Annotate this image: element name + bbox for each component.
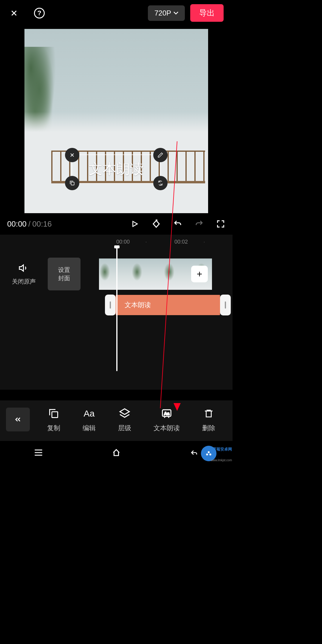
copy-icon: [48, 408, 60, 419]
clip-handle-right[interactable]: [220, 295, 231, 315]
play-icon[interactable]: [130, 219, 140, 229]
nav-home-icon[interactable]: [111, 448, 121, 458]
toolbar-text-to-speech[interactable]: Aa 文本朗读: [154, 408, 180, 433]
overlay-rotate-handle[interactable]: [153, 176, 168, 190]
svg-point-6: [209, 453, 211, 456]
text-edit-icon: Aa: [83, 408, 95, 419]
watermark-brand: 蓝莓安卓网: [213, 447, 232, 452]
annotation-arrow-head: [174, 403, 181, 411]
nav-menu-icon[interactable]: [34, 449, 43, 457]
overlay-delete-handle[interactable]: [65, 148, 79, 162]
ruler-mark: 00:00: [116, 239, 145, 245]
export-button[interactable]: 导出: [190, 4, 224, 22]
chevron-double-left-icon: [14, 415, 22, 424]
toolbar-label: 复制: [47, 424, 60, 433]
ruler-mark: 00:02: [174, 239, 204, 245]
time-total: 00:16: [32, 219, 52, 229]
toolbar-layers[interactable]: 层级: [118, 408, 131, 433]
toolbar-label: 删除: [202, 424, 215, 433]
fullscreen-icon[interactable]: [216, 219, 225, 229]
chevron-down-icon: [174, 12, 178, 15]
toolbar-label: 层级: [118, 424, 131, 433]
toolbar-edit[interactable]: Aa 编辑: [83, 408, 96, 433]
set-cover-button[interactable]: 设置 封面: [48, 258, 80, 290]
toolbar-back-button[interactable]: [6, 408, 30, 431]
video-preview[interactable]: 文本朗读: [24, 29, 208, 213]
resolution-picker[interactable]: 720P: [148, 5, 185, 21]
time-display: 00:00 / 00:16: [7, 219, 52, 229]
video-clip-thumb[interactable]: [99, 258, 131, 290]
toolbar-label: 编辑: [83, 424, 96, 433]
add-clip-button[interactable]: +: [191, 266, 208, 282]
video-clip-thumb[interactable]: [131, 258, 163, 290]
overlay-edit-handle[interactable]: [153, 148, 168, 162]
tts-icon: Aa: [161, 408, 173, 419]
timeline[interactable]: 00:00 · 00:02 · 关闭原声 设置 封面 + 文本朗读: [0, 235, 233, 390]
redo-icon[interactable]: [194, 219, 204, 229]
nav-back-icon[interactable]: [190, 449, 199, 458]
undo-icon[interactable]: [173, 219, 182, 229]
mute-original-button[interactable]: 关闭原声: [0, 263, 48, 286]
cover-label-1: 设置: [58, 266, 70, 274]
watermark-url: www.lmkjst.com: [211, 459, 232, 462]
text-overlay-box[interactable]: 文本朗读: [72, 154, 161, 184]
time-current: 00:00: [7, 219, 27, 229]
svg-point-5: [206, 453, 208, 456]
system-nav-bar: [0, 441, 233, 465]
toolbar-delete[interactable]: 删除: [202, 408, 215, 433]
watermark: 蓝莓安卓网 www.lmkjst.com: [200, 444, 233, 465]
text-clip[interactable]: 文本朗读: [116, 295, 220, 315]
svg-text:Aa: Aa: [164, 411, 170, 416]
overlay-copy-handle[interactable]: [65, 176, 79, 190]
help-icon[interactable]: ?: [34, 8, 45, 18]
cover-label-2: 封面: [58, 274, 70, 282]
clip-handle-left[interactable]: [105, 295, 116, 315]
svg-point-4: [208, 451, 210, 453]
resolution-value: 720P: [154, 9, 171, 17]
toolbar-label: 文本朗读: [154, 424, 180, 433]
svg-rect-1: [52, 412, 58, 418]
text-clip-label: 文本朗读: [125, 301, 151, 309]
speaker-icon: [18, 263, 29, 273]
trash-icon: [203, 408, 215, 419]
keyframe-icon[interactable]: [151, 219, 161, 229]
ruler-dot: ·: [204, 239, 233, 245]
svg-rect-0: [71, 182, 74, 185]
close-icon[interactable]: [9, 8, 19, 18]
text-overlay-label: 文本朗读: [89, 160, 144, 178]
timeline-ruler: 00:00 · 00:02 ·: [0, 239, 233, 245]
layers-icon: [119, 408, 131, 419]
playhead[interactable]: [116, 246, 117, 371]
mute-label: 关闭原声: [0, 278, 48, 286]
toolbar-copy[interactable]: 复制: [47, 408, 60, 433]
